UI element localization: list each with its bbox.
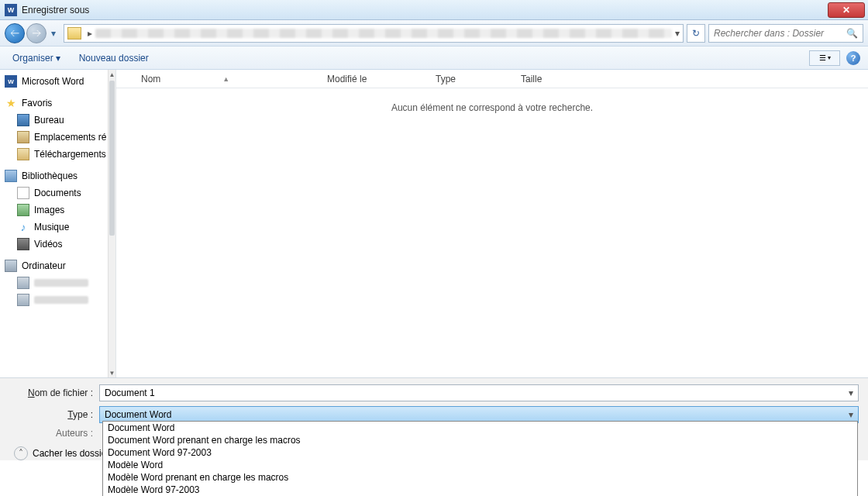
libraries-icon xyxy=(5,170,17,182)
organize-button[interactable]: Organiser▾ xyxy=(8,50,65,67)
sidebar-item-recent[interactable]: Emplacements ré xyxy=(0,129,115,146)
column-size[interactable]: Taille xyxy=(515,74,577,84)
drive-icon xyxy=(17,277,29,289)
authors-label: Auteurs : xyxy=(9,428,99,439)
type-label: Type : xyxy=(9,409,99,420)
sidebar-item-drive-2[interactable] xyxy=(0,291,115,308)
type-option[interactable]: Document Word xyxy=(103,422,857,434)
refresh-button[interactable]: ↻ xyxy=(687,24,705,43)
chevron-down-icon[interactable]: ▾ xyxy=(849,409,853,420)
type-option[interactable]: Modèle Word 97-2003 xyxy=(103,484,857,496)
drive-label-blurred xyxy=(34,296,88,304)
hide-folders-label[interactable]: Cacher les dossier xyxy=(33,448,109,459)
drive-label-blurred xyxy=(34,279,88,287)
path-separator-icon: ▸ xyxy=(88,28,92,39)
images-icon xyxy=(17,204,29,216)
column-modified[interactable]: Modifié le xyxy=(321,74,429,84)
type-option[interactable]: Modèle Word prenant en charge les macros xyxy=(103,471,857,484)
nav-history-dropdown[interactable]: ▾ xyxy=(48,25,59,42)
toolbar: Organiser▾ Nouveau dossier ☰▾ ? xyxy=(0,46,868,70)
type-dropdown-list[interactable]: Document WordDocument Word prenant en ch… xyxy=(102,421,858,496)
back-button[interactable]: 🡠 xyxy=(5,23,25,43)
search-input[interactable] xyxy=(714,28,846,39)
star-icon: ★ xyxy=(5,97,17,109)
sidebar-item-desktop[interactable]: Bureau xyxy=(0,112,115,129)
file-pane: Nom▲ Modifié le Type Taille Aucun élémen… xyxy=(116,70,868,377)
sidebar-item-drive-1[interactable] xyxy=(0,274,115,291)
window-title: Enregistrer sous xyxy=(22,5,89,16)
search-icon: 🔍 xyxy=(846,28,858,39)
address-dropdown-icon[interactable]: ▾ xyxy=(675,28,680,39)
downloads-icon xyxy=(17,148,29,160)
music-icon: ♪ xyxy=(17,221,29,233)
view-icon: ☰ xyxy=(819,53,826,62)
sidebar-item-downloads[interactable]: Téléchargements xyxy=(0,146,115,163)
type-option[interactable]: Document Word 97-2003 xyxy=(103,446,857,459)
sidebar: WMicrosoft Word ★Favoris Bureau Emplacem… xyxy=(0,70,116,377)
sidebar-item-images[interactable]: Images xyxy=(0,202,115,219)
close-button[interactable]: ✕ xyxy=(828,2,865,18)
scroll-down-icon[interactable]: ▼ xyxy=(108,368,115,377)
sidebar-section-favorites[interactable]: ★Favoris xyxy=(0,95,115,112)
word-app-icon: W xyxy=(5,4,17,16)
filename-field[interactable]: Document 1▾ xyxy=(99,384,859,401)
sidebar-item-documents[interactable]: Documents xyxy=(0,184,115,202)
drive-icon xyxy=(17,294,29,306)
type-option[interactable]: Modèle Word xyxy=(103,459,857,471)
column-name[interactable]: Nom▲ xyxy=(135,74,321,84)
chevron-down-icon[interactable]: ▾ xyxy=(849,388,853,398)
sidebar-item-videos[interactable]: Vidéos xyxy=(0,236,115,253)
sidebar-item-word[interactable]: WMicrosoft Word xyxy=(0,73,115,90)
sidebar-item-music[interactable]: ♪Musique xyxy=(0,219,115,236)
sidebar-section-computer[interactable]: Ordinateur xyxy=(0,257,115,274)
column-headers: Nom▲ Modifié le Type Taille xyxy=(116,70,868,88)
folder-icon xyxy=(67,27,81,40)
path-blurred xyxy=(95,29,672,38)
desktop-icon xyxy=(17,114,29,126)
scroll-up-icon[interactable]: ▲ xyxy=(108,70,115,79)
new-folder-button[interactable]: Nouveau dossier xyxy=(74,50,153,67)
address-bar[interactable]: ▸ ▾ xyxy=(64,24,684,43)
search-box[interactable]: 🔍 xyxy=(708,24,863,43)
type-option[interactable]: Document Word prenant en charge les macr… xyxy=(103,434,857,446)
filename-label: Nom de fichier : xyxy=(9,388,99,398)
chevron-down-icon: ▾ xyxy=(56,53,60,64)
sidebar-section-libraries[interactable]: Bibliothèques xyxy=(0,167,115,184)
titlebar: W Enregistrer sous ✕ xyxy=(0,0,868,20)
column-type[interactable]: Type xyxy=(429,74,515,84)
help-button[interactable]: ? xyxy=(846,51,860,65)
sidebar-scrollbar[interactable]: ▲ ▼ xyxy=(108,70,115,377)
document-icon xyxy=(17,187,29,199)
forward-button[interactable]: 🡢 xyxy=(26,23,46,43)
videos-icon xyxy=(17,238,29,250)
sort-indicator-icon: ▲ xyxy=(222,75,229,83)
toggle-folders-button[interactable]: ˄ xyxy=(14,446,28,460)
nav-bar: 🡠 🡢 ▾ ▸ ▾ ↻ 🔍 xyxy=(0,20,868,46)
computer-icon xyxy=(5,260,17,272)
scroll-thumb[interactable] xyxy=(109,81,115,236)
view-options-button[interactable]: ☰▾ xyxy=(809,50,840,66)
recent-icon xyxy=(17,131,29,143)
empty-message: Aucun élément ne correspond à votre rech… xyxy=(116,88,868,377)
word-icon: W xyxy=(5,75,17,88)
